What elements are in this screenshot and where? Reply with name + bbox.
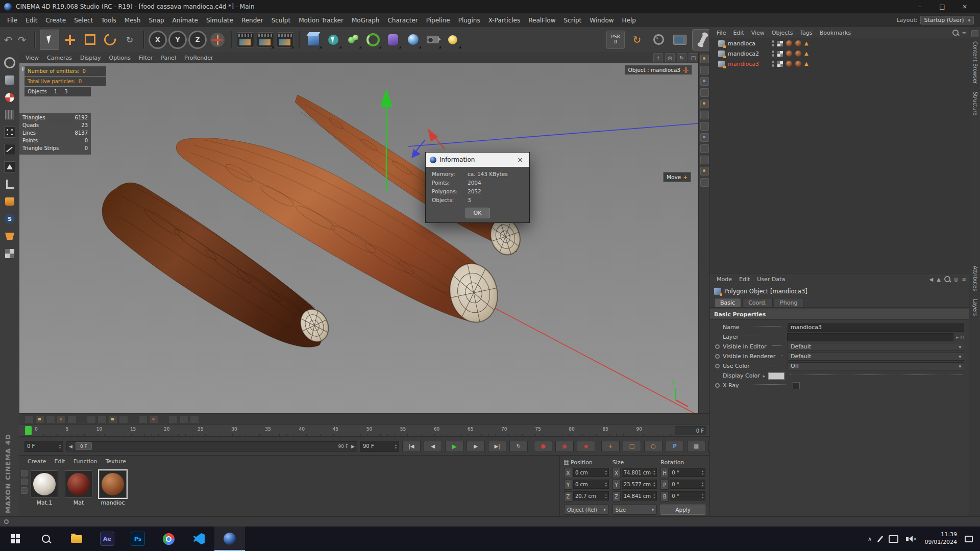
add-spline-button[interactable] <box>324 30 342 49</box>
add-camera-button[interactable] <box>424 30 442 49</box>
lock-icon[interactable]: ◎ <box>954 277 959 282</box>
model-mode-button[interactable] <box>3 73 16 87</box>
size-mode-dropdown[interactable]: Size▾ <box>612 505 657 515</box>
tab-layers[interactable]: Layers <box>972 295 978 320</box>
end-frame-field[interactable]: 90 F ▴▾ <box>360 441 399 452</box>
start-button[interactable] <box>0 527 31 551</box>
menu-item[interactable]: Snap <box>144 17 168 24</box>
prev-frame-button[interactable]: ◀ <box>424 441 442 452</box>
zoom-view-icon[interactable]: ◎ <box>665 53 675 62</box>
size-field[interactable]: 74.801 cm▴▾ <box>622 468 657 477</box>
material-tag-icon[interactable] <box>786 61 792 67</box>
search-icon[interactable] <box>944 276 950 282</box>
rotation-field[interactable]: 0 °▴▾ <box>670 468 705 477</box>
material-menu-item[interactable]: Create <box>23 458 51 465</box>
spinner-icon[interactable]: ▴▾ <box>395 443 397 449</box>
material-tag-icon[interactable] <box>795 51 801 57</box>
viewport-side-icon[interactable] <box>700 55 709 63</box>
vscode-button[interactable] <box>184 527 214 551</box>
menu-icon[interactable]: ≡ <box>962 277 966 282</box>
after-effects-button[interactable]: Ae <box>92 527 122 551</box>
viewport-menu-item[interactable]: ProRender <box>180 55 217 61</box>
attribute-menu-item[interactable]: Mode <box>713 276 736 283</box>
slider-right-arrow-icon[interactable]: ▶ <box>351 444 355 449</box>
spinner-icon[interactable]: ▴▾ <box>653 481 655 487</box>
material-item[interactable]: Mat <box>64 470 93 506</box>
spinner-icon[interactable]: ▴▾ <box>59 443 61 449</box>
viewport-menu-item[interactable]: Cameras <box>43 55 76 61</box>
chrome-button[interactable] <box>153 527 184 551</box>
menu-item[interactable]: MoGraph <box>348 17 384 24</box>
enable-axis-button[interactable] <box>3 178 16 191</box>
paint-button[interactable] <box>3 230 16 243</box>
rotation-field[interactable]: 0 °▴▾ <box>670 491 705 500</box>
attribute-menu-item[interactable]: Edit <box>736 276 753 283</box>
phong-tag-icon[interactable]: ▲ <box>804 61 808 66</box>
taskbar-clock[interactable]: 11:39 09/01/2024 <box>925 531 957 546</box>
uvw-tag-icon[interactable] <box>777 41 783 46</box>
rotate-view-icon[interactable]: ↻ <box>677 53 687 62</box>
pan-view-icon[interactable]: + <box>653 53 663 62</box>
history-back-icon[interactable]: ◀ <box>929 277 933 282</box>
visibility-dots-icon[interactable] <box>772 51 774 57</box>
object-name[interactable]: mandioca2 <box>728 51 769 57</box>
material-side-icon[interactable] <box>21 487 28 494</box>
record-pla-toggle[interactable]: ▦ <box>687 441 705 452</box>
play-button[interactable]: ▶ <box>445 441 463 452</box>
rotate-tool-button[interactable] <box>101 30 119 49</box>
timeline-tool-icon[interactable] <box>190 415 199 423</box>
pen-icon[interactable] <box>877 535 884 542</box>
attribute-tab[interactable]: Basic <box>714 298 741 307</box>
tab-content-browser[interactable]: Content Browser <box>972 37 978 88</box>
animation-dot-icon[interactable] <box>715 354 720 359</box>
object-manager-menu-item[interactable]: Tags <box>796 30 816 36</box>
viewport-menu-item[interactable]: View <box>21 55 43 61</box>
material-tag-icon[interactable] <box>795 61 801 67</box>
name-input[interactable]: mandioca3 <box>788 323 964 332</box>
uvw-tag-icon[interactable] <box>777 61 783 67</box>
history-up-icon[interactable]: ▲ <box>937 277 941 282</box>
material-side-icon[interactable] <box>21 470 28 477</box>
dock-icon[interactable] <box>971 30 978 37</box>
material-tag-icon[interactable] <box>786 40 792 46</box>
menu-item[interactable]: Create <box>41 17 70 24</box>
object-name[interactable]: mandioca <box>728 40 769 47</box>
search-icon[interactable] <box>952 30 959 36</box>
goto-end-button[interactable]: ▶| <box>488 441 506 452</box>
visibility-dots-icon[interactable] <box>772 40 774 46</box>
display-color-swatch[interactable] <box>768 372 785 380</box>
menu-item[interactable]: Character <box>383 17 422 24</box>
timeline-tool-icon[interactable] <box>57 415 66 423</box>
timeline-tool-icon[interactable] <box>149 415 158 423</box>
viewport-side-icon[interactable] <box>700 156 709 164</box>
points-mode-button[interactable] <box>3 126 16 139</box>
attribute-tab[interactable]: Phong <box>774 298 803 307</box>
texture-mode-button[interactable] <box>3 91 16 104</box>
viewport-side-icon[interactable] <box>700 167 709 176</box>
layer-field[interactable] <box>787 333 953 341</box>
photoshop-button[interactable]: Ps <box>122 527 153 551</box>
dialog-title-bar[interactable]: Information × <box>426 153 529 167</box>
workplane-mode-button[interactable] <box>3 108 16 121</box>
spinner-icon[interactable]: ▴▾ <box>702 481 703 487</box>
material-thumbnail[interactable] <box>99 470 127 498</box>
attribute-dropdown[interactable]: Default▾ <box>788 343 964 351</box>
viewport-side-icon[interactable] <box>700 111 709 119</box>
animation-dot-icon[interactable] <box>715 364 720 368</box>
layout-dropdown[interactable]: Startup (User) ▾ <box>920 16 974 24</box>
timeline-ruler[interactable]: 051015202530354045505560657075808590 0 F <box>19 424 709 437</box>
minimize-button[interactable]: – <box>909 0 931 13</box>
viewport-canvas[interactable]: Y P Number of emitters: 0 Total live par… <box>19 63 698 413</box>
object-manager-menu-item[interactable]: File <box>713 30 729 36</box>
file-explorer-button[interactable] <box>61 527 92 551</box>
timeline-tool-icon[interactable] <box>119 415 128 423</box>
viewport-side-icon[interactable] <box>700 99 709 108</box>
viewport-side-icon[interactable] <box>700 88 709 97</box>
loop-mode-button[interactable]: ↻ <box>509 441 528 452</box>
position-field[interactable]: 0 cm▴▾ <box>573 480 609 489</box>
maximize-button[interactable]: □ <box>931 0 953 13</box>
size-field[interactable]: 23.577 cm▴▾ <box>622 480 657 489</box>
timeline-slider[interactable]: ◀ 0 F 90 F ▶ <box>66 441 357 452</box>
spinner-icon[interactable]: ▴▾ <box>702 493 703 499</box>
refresh-button[interactable]: ↻ <box>628 30 646 49</box>
